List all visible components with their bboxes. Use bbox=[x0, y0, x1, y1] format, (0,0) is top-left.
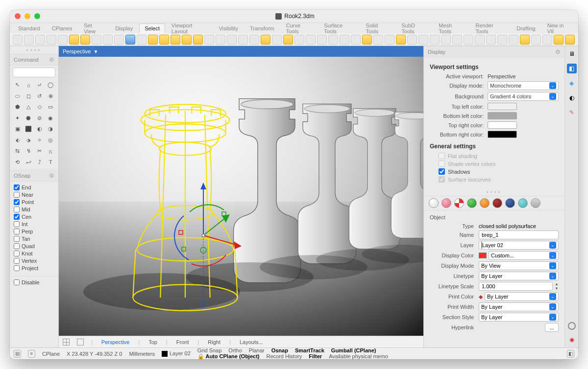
side-tool-22[interactable]: ✧ bbox=[35, 136, 45, 145]
toolbar-icon-32[interactable] bbox=[373, 35, 383, 45]
toolbar-icon-16[interactable] bbox=[193, 35, 203, 45]
side-tool-9[interactable]: △ bbox=[24, 102, 34, 112]
bottom-right-color-swatch[interactable] bbox=[488, 131, 517, 138]
toolbar-icon-30[interactable] bbox=[351, 35, 361, 45]
osnap-project[interactable]: Project bbox=[14, 265, 54, 271]
status-available-physical-memo[interactable]: Available physical memo bbox=[329, 353, 388, 359]
menu-tab-select[interactable]: Select bbox=[139, 23, 165, 33]
toolbar-icon-22[interactable] bbox=[261, 35, 270, 45]
hyperlink-button[interactable]: ... bbox=[545, 323, 559, 332]
status-ortho[interactable]: Ortho bbox=[228, 347, 242, 353]
menu-tab-drafting[interactable]: Drafting bbox=[511, 23, 541, 33]
viewport-tab-right[interactable]: Right bbox=[205, 338, 223, 346]
toolbar-icon-36[interactable] bbox=[418, 35, 428, 45]
toolbar-icon-29[interactable] bbox=[340, 35, 349, 45]
menu-tab-transform[interactable]: Transform bbox=[245, 23, 280, 33]
display-mode-select[interactable]: Monochrome⌄ bbox=[488, 81, 559, 90]
osnap-end[interactable]: End bbox=[14, 184, 54, 190]
side-tool-7[interactable]: ⊕ bbox=[46, 92, 56, 101]
osnap-int[interactable]: Int bbox=[14, 221, 54, 227]
shade-vertex-colors-check[interactable]: Shade vertex colors bbox=[439, 161, 559, 167]
toolbar-icon-40[interactable] bbox=[464, 35, 473, 45]
side-tool-10[interactable]: ◇ bbox=[35, 102, 45, 112]
viewport-header[interactable]: Perspective▼ bbox=[59, 46, 423, 57]
osnap-perp[interactable]: Perp bbox=[14, 229, 54, 234]
stepper-down[interactable]: ▼ bbox=[555, 286, 559, 291]
material-orange[interactable] bbox=[480, 198, 490, 208]
panel-tab-object-icon[interactable]: ◉ bbox=[567, 335, 577, 345]
toolbar-icon-10[interactable] bbox=[125, 35, 135, 45]
side-tool-16[interactable]: ▣ bbox=[13, 124, 23, 134]
statusbar-icon-2[interactable]: ≡ bbox=[28, 350, 35, 358]
panel-tab-materials-icon[interactable]: ✎ bbox=[567, 108, 577, 117]
toolbar-icon-23[interactable] bbox=[272, 35, 282, 45]
toolbar-icon-42[interactable] bbox=[486, 35, 496, 45]
side-tool-8[interactable]: ⬟ bbox=[13, 102, 23, 112]
viewport-tab-layouts[interactable]: Layouts... bbox=[237, 338, 266, 346]
side-tool-26[interactable]: ✂ bbox=[35, 146, 45, 156]
panel-tab-circle-icon[interactable] bbox=[568, 322, 576, 330]
osnap-mid[interactable]: Mid bbox=[14, 207, 54, 212]
status-planar[interactable]: Planar bbox=[249, 347, 265, 353]
toolbar-icon-49[interactable] bbox=[565, 35, 575, 45]
side-tool-19[interactable]: ◑ bbox=[46, 124, 56, 134]
panel-drag-handle[interactable]: •••• bbox=[10, 46, 58, 54]
osnap-tan[interactable]: Tan bbox=[14, 236, 54, 242]
toolbar-icon-45[interactable] bbox=[520, 35, 530, 45]
toolbar-icon-34[interactable] bbox=[396, 35, 406, 45]
toolbar-icon-18[interactable] bbox=[216, 35, 225, 45]
side-tool-14[interactable]: ⊘ bbox=[35, 114, 45, 123]
gear-icon[interactable]: ⚙ bbox=[49, 172, 54, 179]
toolbar-icon-33[interactable] bbox=[385, 35, 394, 45]
statusbar-icon-1[interactable]: ▤ bbox=[14, 350, 21, 358]
side-tool-17[interactable]: ⬛ bbox=[24, 124, 34, 134]
side-tool-28[interactable]: ⟲ bbox=[13, 158, 23, 167]
toolbar-icon-4[interactable] bbox=[58, 35, 68, 45]
object-display-mode-select[interactable]: By View⌄ bbox=[479, 261, 559, 270]
toolbar-icon-13[interactable] bbox=[159, 35, 169, 45]
toolbar-icon-46[interactable] bbox=[531, 35, 541, 45]
osnap-point[interactable]: Point bbox=[14, 199, 54, 205]
side-tool-13[interactable]: ⬣ bbox=[24, 114, 34, 123]
viewport-tab-front[interactable]: Front bbox=[173, 338, 192, 346]
side-tool-6[interactable]: ↺ bbox=[35, 92, 45, 101]
layout-single-icon[interactable] bbox=[77, 339, 84, 346]
side-tool-25[interactable]: ↯ bbox=[24, 146, 34, 156]
status-record-history[interactable]: Record History bbox=[266, 353, 302, 359]
status-gumball-cplane-[interactable]: Gumball (CPlane) bbox=[331, 347, 376, 353]
units-label[interactable]: Millimeters bbox=[129, 351, 155, 357]
panel-drag-handle[interactable]: •••• bbox=[424, 188, 564, 196]
cplane-label[interactable]: CPlane bbox=[42, 351, 60, 357]
menu-tab-visibility[interactable]: Visibility bbox=[213, 23, 244, 33]
toolbar-icon-21[interactable] bbox=[249, 35, 259, 45]
toolbar-icon-25[interactable] bbox=[294, 35, 304, 45]
statusbar-end-icon[interactable]: ◧ bbox=[567, 350, 574, 358]
material-red-checker[interactable] bbox=[454, 198, 464, 208]
toolbar-icon-20[interactable] bbox=[238, 35, 248, 45]
viewport-tab-top[interactable]: Top bbox=[146, 338, 160, 346]
print-color-select[interactable]: By Layer⌄ bbox=[485, 292, 559, 301]
side-tool-20[interactable]: ⬖ bbox=[13, 136, 23, 145]
toolbar-icon-14[interactable] bbox=[171, 35, 180, 45]
display-color-swatch[interactable] bbox=[479, 253, 487, 258]
side-tool-3[interactable]: ◯ bbox=[46, 80, 56, 90]
material-pink[interactable] bbox=[441, 198, 451, 208]
toolbar-icon-0[interactable] bbox=[13, 35, 23, 45]
material-darkred[interactable] bbox=[492, 198, 502, 208]
side-tool-30[interactable]: ⤴ bbox=[35, 158, 45, 167]
toolbar-icon-38[interactable] bbox=[441, 35, 451, 45]
display-color-select[interactable]: Custom...⌄ bbox=[489, 251, 559, 260]
toolbar-icon-47[interactable] bbox=[542, 35, 552, 45]
side-tool-29[interactable]: ⮐ bbox=[24, 158, 34, 167]
surface-isocurves-check[interactable]: Surface isocurves bbox=[439, 176, 559, 183]
side-tool-1[interactable]: ⌂ bbox=[24, 80, 34, 90]
side-tool-5[interactable]: ◻ bbox=[24, 92, 34, 101]
material-gray-cyl[interactable] bbox=[531, 198, 540, 208]
side-tool-24[interactable]: ⇆ bbox=[13, 146, 23, 156]
toolbar-icon-5[interactable] bbox=[69, 35, 79, 45]
side-tool-15[interactable]: ◉ bbox=[46, 114, 56, 123]
top-right-color-swatch[interactable] bbox=[488, 121, 517, 129]
panel-tab-render-icon[interactable]: ◐ bbox=[567, 93, 577, 103]
side-tool-0[interactable]: ↖ bbox=[13, 80, 23, 90]
toolbar-icon-39[interactable] bbox=[452, 35, 462, 45]
